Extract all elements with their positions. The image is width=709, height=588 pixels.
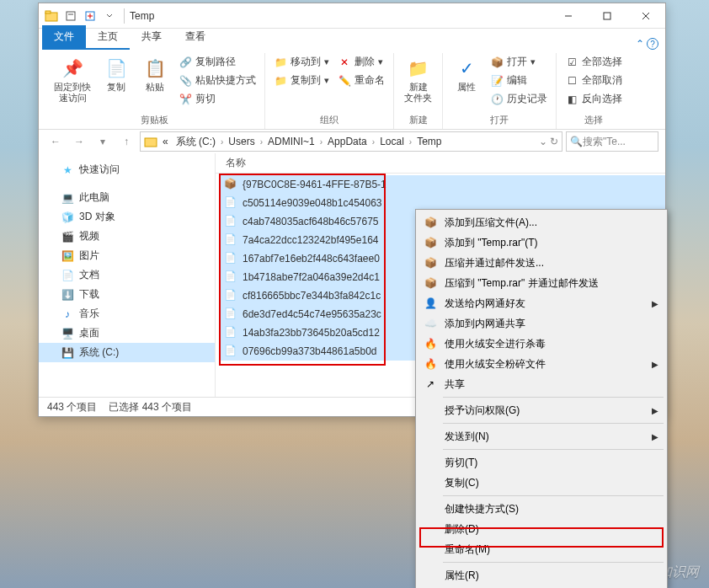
move-to-button[interactable]: 📁移动到 ▾ — [270, 53, 333, 71]
breadcrumb[interactable]: « 系统 (C:)› Users› ADMINI~1› AppData› Loc… — [140, 131, 562, 152]
paste-button[interactable]: 📋粘贴 — [136, 53, 173, 94]
file-icon: 📄 — [224, 289, 237, 302]
separator — [443, 423, 664, 424]
nav-music[interactable]: ♪音乐 — [39, 304, 215, 323]
separator — [443, 397, 664, 398]
ctx-scan[interactable]: 🔥使用火绒安全进行杀毒 — [418, 334, 665, 354]
svg-rect-8 — [604, 13, 610, 19]
column-header-name[interactable]: 名称 — [216, 153, 665, 174]
ribbon-tabs: 文件 主页 共享 查看 ⌃ ? — [39, 29, 665, 50]
winrar-icon: 📦 — [423, 235, 438, 250]
chevron-right-icon: ▶ — [652, 406, 658, 415]
ctx-compress-email[interactable]: 📦压缩并通过邮件发送... — [418, 253, 665, 273]
select-none-button[interactable]: ☐全部取消 — [562, 72, 626, 89]
chevron-right-icon: ▶ — [652, 299, 658, 308]
file-icon: 📄 — [224, 196, 237, 210]
svg-rect-1 — [45, 11, 51, 13]
copy-button[interactable]: 📄复制 — [98, 53, 135, 94]
file-icon: 📄 — [224, 252, 237, 265]
copy-to-button[interactable]: 📁复制到 ▾ — [270, 72, 333, 89]
window-title: Temp — [130, 10, 154, 22]
file-icon: 📄 — [224, 345, 237, 358]
pin-button[interactable]: 📌固定到快速访问 — [49, 53, 96, 105]
address-bar: ← → ▾ ↑ « 系统 (C:)› Users› ADMINI~1› AppD… — [39, 130, 665, 153]
nav-quick-access[interactable]: ★快速访问 — [39, 160, 215, 179]
separator — [443, 449, 664, 450]
ctx-add-share[interactable]: ☁️添加到内网通共享 — [418, 313, 665, 334]
nav-videos[interactable]: 🎬视频 — [39, 227, 215, 246]
flame-icon: 🔥 — [423, 356, 438, 372]
nav-downloads[interactable]: ⬇️下载 — [39, 285, 215, 304]
table-row[interactable]: 📦{97BC0C8E-9461-4FFE-87B5-1 — [221, 175, 665, 194]
nav-up[interactable]: ↑ — [116, 131, 136, 152]
cut-button[interactable]: ✂️剪切 — [175, 90, 259, 108]
rename-button[interactable]: ✏️重命名 — [334, 72, 388, 89]
copy-path-button[interactable]: 🔗复制路径 — [175, 53, 259, 71]
qat-new[interactable] — [81, 7, 99, 25]
file-icon: 📄 — [224, 233, 237, 247]
tab-home[interactable]: 主页 — [86, 25, 130, 50]
share-icon: 👤 — [423, 296, 438, 311]
status-item-count: 443 个项目 — [47, 400, 97, 414]
nav-recent[interactable]: ▾ — [93, 131, 113, 152]
context-menu: 📦添加到压缩文件(A)... 📦添加到 "Temp.rar"(T) 📦压缩并通过… — [415, 209, 668, 588]
maximize-button[interactable] — [588, 3, 626, 29]
winrar-icon: 📦 — [423, 275, 438, 291]
ctx-cut[interactable]: 剪切(T) — [418, 452, 665, 473]
properties-button[interactable]: ✓属性 — [448, 53, 485, 94]
tab-share[interactable]: 共享 — [130, 25, 173, 50]
ctx-send-to[interactable]: 发送到(N)▶ — [418, 426, 665, 446]
qat-properties[interactable] — [61, 7, 80, 25]
ctx-shred[interactable]: 🔥使用火绒安全粉碎文件▶ — [418, 354, 665, 374]
ctx-properties[interactable]: 属性(R) — [418, 565, 665, 585]
nav-forward[interactable]: → — [69, 131, 89, 152]
nav-this-pc[interactable]: 💻此电脑 — [39, 188, 215, 207]
ctx-grant-access[interactable]: 授予访问权限(G)▶ — [418, 400, 665, 420]
tab-view[interactable]: 查看 — [173, 25, 217, 50]
ctx-rename[interactable]: 重命名(M) — [418, 539, 665, 559]
winrar-icon: 📦 — [423, 255, 438, 270]
ribbon: 📌固定到快速访问 📄复制 📋粘贴 🔗复制路径 📎粘贴快捷方式 ✂️剪切 剪贴板 … — [39, 50, 665, 130]
svg-rect-2 — [67, 12, 75, 20]
paste-shortcut-button[interactable]: 📎粘贴快捷方式 — [175, 72, 259, 89]
qat-dropdown[interactable] — [100, 7, 119, 25]
ctx-compress-temp-email[interactable]: 📦压缩到 "Temp.rar" 并通过邮件发送 — [418, 273, 665, 293]
navigation-pane: ★快速访问 💻此电脑 🧊3D 对象 🎬视频 🖼️图片 📄文档 ⬇️下载 ♪音乐 … — [39, 153, 216, 397]
nav-pictures[interactable]: 🖼️图片 — [39, 246, 215, 265]
invert-sel-button[interactable]: ◧反向选择 — [562, 90, 626, 108]
chevron-right-icon: ▶ — [652, 432, 658, 441]
ctx-send-friend[interactable]: 👤发送给内网通好友▶ — [418, 293, 665, 313]
folder-icon — [42, 7, 61, 25]
ribbon-collapse[interactable]: ⌃ ? — [636, 38, 665, 51]
ctx-share[interactable]: ↗共享 — [418, 374, 665, 394]
new-folder-button[interactable]: 📁新建文件夹 — [399, 53, 437, 105]
nav-system-c[interactable]: 💾系统 (C:) — [39, 343, 215, 362]
ctx-add-temp-rar[interactable]: 📦添加到 "Temp.rar"(T) — [418, 233, 665, 253]
search-input[interactable]: 🔍 搜索"Te... — [566, 131, 658, 152]
search-icon: 🔍 — [570, 136, 583, 147]
edit-button[interactable]: 📝编辑 — [487, 72, 551, 89]
share-icon: ☁️ — [423, 316, 438, 331]
nav-desktop[interactable]: 🖥️桌面 — [39, 323, 215, 343]
file-icon: 📄 — [224, 307, 237, 321]
tab-file[interactable]: 文件 — [42, 25, 86, 50]
file-icon: 📄 — [224, 215, 237, 228]
ctx-delete[interactable]: 删除(D) — [418, 519, 665, 539]
share-icon: ↗ — [423, 377, 438, 392]
history-button[interactable]: 🕐历史记录 — [487, 90, 551, 108]
ctx-add-archive[interactable]: 📦添加到压缩文件(A)... — [418, 212, 665, 233]
nav-back[interactable]: ← — [45, 131, 66, 152]
separator — [443, 562, 664, 563]
open-button[interactable]: 📦打开 ▾ — [487, 53, 551, 71]
ctx-shortcut[interactable]: 创建快捷方式(S) — [418, 499, 665, 519]
nav-3d-objects[interactable]: 🧊3D 对象 — [39, 207, 215, 227]
close-button[interactable] — [626, 3, 665, 29]
svg-rect-11 — [145, 138, 157, 147]
nav-documents[interactable]: 📄文档 — [39, 265, 215, 285]
ctx-copy[interactable]: 复制(C) — [418, 473, 665, 493]
chevron-right-icon: ▶ — [652, 360, 658, 369]
select-all-button[interactable]: ☑全部选择 — [562, 53, 626, 71]
delete-button[interactable]: ✕删除 ▾ — [334, 53, 388, 71]
minimize-button[interactable] — [549, 3, 588, 29]
status-selected-count: 已选择 443 个项目 — [109, 400, 192, 414]
